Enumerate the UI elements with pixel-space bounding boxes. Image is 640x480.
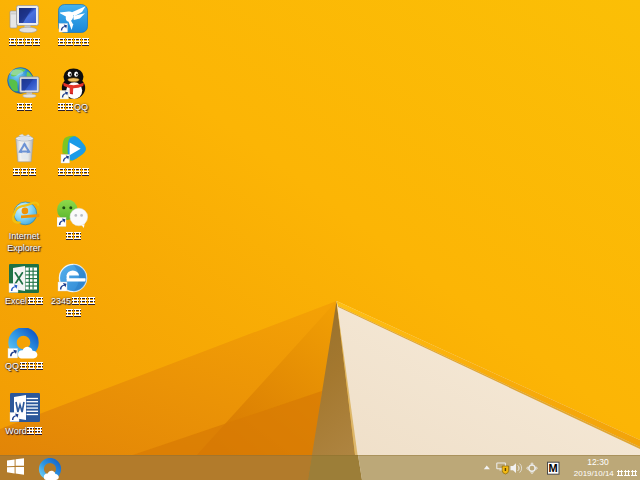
svg-text:M: M <box>549 462 558 474</box>
